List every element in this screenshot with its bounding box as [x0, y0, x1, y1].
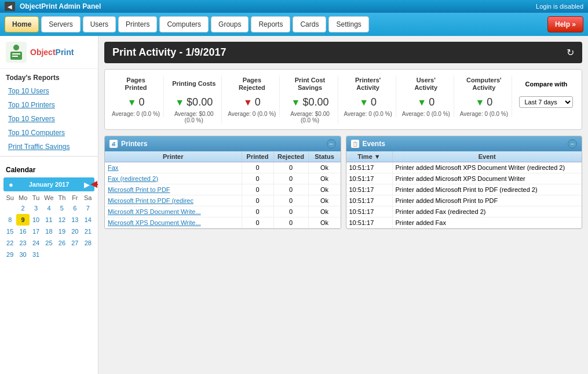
cal-day[interactable]: 14: [82, 214, 94, 226]
printers-col-header: Printer Printed Rejected Status: [105, 151, 341, 162]
cal-day: [68, 249, 81, 260]
nav-home[interactable]: Home: [5, 16, 39, 32]
top-bar: ◀ ObjectPrint Admin Panel Login is disab…: [0, 0, 588, 13]
printers-rows: Fax00OkFax (redirected 2)00OkMicrosoft P…: [105, 162, 341, 228]
activity-title: Print Activity - 1/9/2017: [112, 46, 226, 59]
today-reports-title: Today's Reports: [0, 69, 98, 84]
cal-dow-mo: Mo: [16, 193, 29, 202]
logo-text2: Print: [56, 48, 74, 57]
cal-day[interactable]: 31: [30, 249, 42, 260]
cal-day[interactable]: 23: [16, 237, 29, 249]
cal-day[interactable]: 27: [68, 237, 81, 249]
table-row: 10:51:17Printer added Microsoft XPS Docu…: [346, 173, 582, 184]
refresh-button[interactable]: ↻: [567, 47, 574, 58]
cal-day[interactable]: 17: [30, 226, 42, 237]
stat-avg-2: Average: 0 (0.0 %): [227, 111, 277, 117]
cal-day[interactable]: 21: [82, 226, 94, 237]
stat-value-2: 0: [255, 96, 261, 108]
events-col-time: Time ▼: [346, 151, 393, 162]
stat-avg-5: Average: 0 (0.0 %): [401, 111, 451, 117]
events-panel-header: 📋 Events −: [346, 136, 582, 151]
stat-printing-costs: Printing Costs ▼ $0.00 Average: $0.00 (0…: [166, 75, 222, 124]
nav-computers[interactable]: Computers: [159, 16, 209, 32]
content-area: Print Activity - 1/9/2017 ↻ PagesPrinted…: [98, 36, 588, 374]
cal-dow-fr: Fr: [68, 193, 81, 202]
app-title: ObjectPrint Admin Panel: [20, 2, 101, 10]
cal-day[interactable]: 10: [30, 214, 42, 226]
cal-day[interactable]: 11: [42, 214, 55, 226]
cal-day[interactable]: 8: [3, 214, 16, 226]
nav-reports[interactable]: Reports: [251, 16, 290, 32]
cal-day[interactable]: 16: [16, 226, 29, 237]
printers-panel-icon: 🖨: [109, 140, 118, 148]
cal-day[interactable]: 19: [56, 226, 68, 237]
logo-text: ObjectPrint: [30, 48, 74, 57]
objectprint-logo-icon: [6, 42, 27, 63]
sidebar-item-top10computers[interactable]: Top 10 Computers: [0, 126, 98, 140]
printers-panel: 🖨 Printers − Printer Printed Rejected St…: [104, 136, 341, 229]
nav-settings[interactable]: Settings: [328, 16, 368, 32]
events-panel-collapse[interactable]: −: [568, 139, 577, 148]
cal-day[interactable]: 26: [56, 237, 68, 249]
cal-day[interactable]: 2: [16, 202, 29, 214]
main-layout: ObjectPrint Today's Reports Top 10 Users…: [0, 36, 588, 374]
cal-day[interactable]: 15: [3, 226, 16, 237]
cal-day[interactable]: 29: [3, 249, 16, 260]
cal-day[interactable]: 12: [56, 214, 68, 226]
nav-printers[interactable]: Printers: [118, 16, 157, 32]
cal-day[interactable]: 6: [68, 202, 81, 214]
cal-day[interactable]: 9: [16, 214, 29, 226]
stat-label-2: PagesRejected: [227, 75, 277, 93]
sidebar-item-top10printers[interactable]: Top 10 Printers: [0, 98, 98, 112]
sidebar-item-printtraffic[interactable]: Print Traffic Savings: [0, 140, 98, 154]
stat-arrow-6: ▼: [475, 97, 484, 108]
cal-day[interactable]: 13: [68, 214, 81, 226]
cal-day: [56, 249, 68, 260]
cal-prev-btn[interactable]: ●: [6, 179, 16, 190]
stat-value-0: 0: [138, 96, 144, 108]
cal-day[interactable]: 25: [42, 237, 55, 249]
login-status: Login is disabled: [536, 3, 583, 10]
table-row: 10:51:17Printer added Fax (redirected 2): [346, 206, 582, 217]
printers-col-printed: Printed: [242, 151, 274, 162]
printers-panel-header: 🖨 Printers −: [105, 136, 341, 151]
stat-avg-0: Average: 0 (0.0 %): [111, 111, 161, 117]
cal-day[interactable]: 4: [42, 202, 55, 214]
events-rows: 10:51:17Printer added Microsoft XPS Docu…: [346, 162, 582, 228]
activity-header: Print Activity - 1/9/2017 ↻: [104, 42, 582, 63]
stats-row: PagesPrinted ▼ 0 Average: 0 (0.0 %) Prin…: [104, 69, 582, 130]
nav-help[interactable]: Help »: [547, 16, 583, 32]
stat-arrow-2: ▼: [243, 97, 253, 108]
cal-day[interactable]: 5: [56, 202, 68, 214]
cal-day[interactable]: 22: [3, 237, 16, 249]
sidebar-item-top10servers[interactable]: Top 10 Servers: [0, 112, 98, 126]
stat-arrow-3: ▼: [291, 97, 301, 108]
cal-day[interactable]: 18: [42, 226, 55, 237]
cal-day[interactable]: 30: [16, 249, 29, 260]
cal-day[interactable]: 20: [68, 226, 81, 237]
compare-select[interactable]: Last 7 days Last 30 days Last year: [519, 96, 573, 108]
window-back-button[interactable]: ◀: [5, 2, 15, 11]
table-row: Microsoft Print to PDF (redirec00Ok: [105, 195, 341, 206]
nav-servers[interactable]: Servers: [41, 16, 80, 32]
calendar-section: Calendar ● January 2017 ▶: [0, 159, 98, 265]
svg-rect-4: [12, 56, 18, 57]
stat-avg-3: Average: $0.00 (0.0 %): [284, 111, 335, 124]
stat-cost-savings: Print CostSavings ▼ $0.00 Average: $0.00…: [282, 75, 338, 124]
printers-panel-collapse[interactable]: −: [327, 139, 336, 148]
cal-header: ● January 2017 ▶: [3, 177, 94, 191]
table-row: Microsoft Print to PDF00Ok: [105, 184, 341, 195]
stat-value-4: 0: [371, 96, 377, 108]
stat-label-0: PagesPrinted: [111, 75, 161, 93]
nav-cards[interactable]: Cards: [293, 16, 326, 32]
nav-groups[interactable]: Groups: [211, 16, 249, 32]
printers-panel-title: Printers: [121, 140, 147, 148]
sidebar-item-top10users[interactable]: Top 10 Users: [0, 84, 98, 98]
cal-day[interactable]: 3: [30, 202, 42, 214]
cal-day[interactable]: 7: [82, 202, 94, 214]
nav-users[interactable]: Users: [83, 16, 116, 32]
cal-day[interactable]: 24: [30, 237, 42, 249]
cal-day[interactable]: 28: [82, 237, 94, 249]
table-row: Fax00Ok: [105, 162, 341, 173]
cal-dow-sa: Sa: [82, 193, 94, 202]
